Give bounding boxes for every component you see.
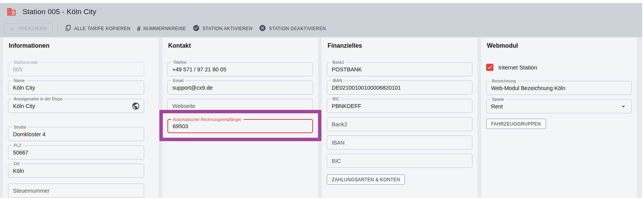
bank1-input[interactable] xyxy=(327,63,472,76)
internet-station-checkbox[interactable] xyxy=(486,64,493,71)
field-stationscode: Stationscode xyxy=(8,62,144,76)
page-title: Station 005 - Köln City xyxy=(22,8,96,16)
chevron-down-icon[interactable] xyxy=(619,102,628,111)
internet-station-row: Internet Station xyxy=(486,64,632,71)
cancel-circle-icon xyxy=(259,24,266,33)
field-iban1: IBAN xyxy=(327,80,472,95)
deactivate-station-button[interactable]: STATION DEAKTIVIEREN xyxy=(257,23,328,34)
field-strasse: Straße xyxy=(8,127,144,141)
iban1-input[interactable] xyxy=(327,81,472,94)
section-kontakt: Kontakt Telefon Email Automatischer Rech… xyxy=(162,38,318,198)
section-heading-finanzielles: Finanzielles xyxy=(328,42,472,49)
sparte-select[interactable] xyxy=(487,100,631,113)
field-bank2 xyxy=(327,117,472,131)
bank2-input[interactable] xyxy=(327,118,472,131)
header: Station 005 - Köln City SPEICHERN ALLE T… xyxy=(0,3,642,37)
field-steuernummer xyxy=(8,184,144,198)
section-heading-informationen: Informationen xyxy=(9,42,154,49)
field-webseite xyxy=(167,99,313,113)
strasse-input[interactable] xyxy=(8,127,144,141)
building-icon xyxy=(6,7,16,17)
field-telefon: Telefon xyxy=(167,62,313,76)
section-finanzielles: Finanzielles Bank1 IBAN BIC ZAHL xyxy=(322,38,477,198)
field-bank1: Bank1 xyxy=(327,62,472,76)
plz-input[interactable] xyxy=(8,146,144,159)
toolbar-divider xyxy=(58,24,58,34)
number-ranges-button[interactable]: # NUMMERNKREISE xyxy=(135,23,188,34)
title-row: Station 005 - Köln City xyxy=(0,3,642,21)
telefon-input[interactable] xyxy=(168,63,313,76)
check-icon xyxy=(10,26,15,32)
iban2-input[interactable] xyxy=(327,136,472,149)
scrollbar-track[interactable] xyxy=(642,0,644,198)
field-sparte: Sparte xyxy=(486,99,632,113)
bezeichnung-input[interactable] xyxy=(487,81,631,95)
section-heading-kontakt: Kontakt xyxy=(168,42,313,49)
number-ranges-label: NUMMERNKREISE xyxy=(143,26,186,31)
fahrzeuggruppen-button[interactable]: FAHRZEUGGRUPPEN xyxy=(486,119,546,129)
zahlungsarten-konten-button[interactable]: ZAHLUNGSARTEN & KONTEN xyxy=(327,174,405,185)
activate-station-button[interactable]: STATION AKTIVIEREN xyxy=(191,23,254,34)
station-detail-page: Station 005 - Köln City SPEICHERN ALLE T… xyxy=(0,0,644,198)
field-rechnungsempfaenger: Automatischer Rechnungsempfänger xyxy=(167,119,313,133)
anzeigename-input[interactable] xyxy=(8,99,144,113)
globe-icon[interactable] xyxy=(132,102,140,110)
checkbox-checked-icon xyxy=(487,64,493,70)
toolbar: SPEICHERN ALLE TARIFE KOPIEREN # NUMMERN… xyxy=(0,21,642,37)
copy-all-tariffs-button[interactable]: ALLE TARIFE KOPIEREN xyxy=(63,23,132,34)
email-input[interactable] xyxy=(168,81,313,94)
bic2-input[interactable] xyxy=(327,154,472,167)
ort-input[interactable] xyxy=(8,164,144,177)
content-area: Informationen Stationscode Name Anzeigen… xyxy=(0,37,642,198)
field-ort: Ort xyxy=(8,164,144,178)
copy-all-tariffs-label: ALLE TARIFE KOPIEREN xyxy=(74,26,131,31)
field-bic1: BIC xyxy=(327,99,472,113)
save-button[interactable]: SPEICHERN xyxy=(4,23,53,34)
field-email: Email xyxy=(167,80,313,95)
section-informationen: Informationen Stationscode Name Anzeigen… xyxy=(3,38,159,198)
internet-station-label: Internet Station xyxy=(498,64,537,71)
stationscode-input[interactable] xyxy=(8,63,144,76)
steuernummer-input[interactable] xyxy=(8,184,144,197)
section-heading-webmodul: Webmodul xyxy=(487,42,632,49)
rechnungsempfaenger-input[interactable] xyxy=(168,120,312,132)
name-input[interactable] xyxy=(8,81,144,94)
field-bezeichnung: Bezeichnung xyxy=(486,81,632,95)
section-webmodul: Webmodul Internet Station Bezeichnung Sp… xyxy=(481,38,637,198)
field-plz: PLZ xyxy=(8,145,144,159)
activate-station-label: STATION AKTIVIEREN xyxy=(202,26,252,31)
field-name: Name xyxy=(8,80,144,95)
bic1-input[interactable] xyxy=(327,99,472,113)
copy-all-icon xyxy=(64,24,72,33)
webseite-input[interactable] xyxy=(168,99,313,113)
deactivate-station-label: STATION DEAKTIVIEREN xyxy=(269,26,326,31)
field-anzeigename: Anzeigename in der Dispo xyxy=(8,99,144,113)
field-iban2 xyxy=(327,135,472,150)
save-button-label: SPEICHERN xyxy=(18,26,47,31)
hash-icon: # xyxy=(137,26,141,32)
check-circle-icon xyxy=(193,24,200,33)
field-bic2 xyxy=(327,154,472,168)
highlighted-field-wrapper: Automatischer Rechnungsempfänger xyxy=(167,119,313,133)
